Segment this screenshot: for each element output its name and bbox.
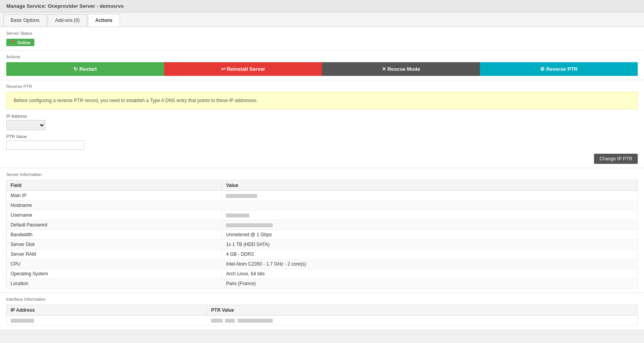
field-cell: Default Password: [7, 220, 222, 230]
redacted-value: [226, 223, 273, 227]
ptr-value-input[interactable]: [6, 140, 84, 150]
actions-label: Actions: [6, 54, 638, 59]
iface-ptr: [207, 316, 638, 325]
reverse-ptr-warning: Before configuring a reverse PTR record,…: [6, 92, 638, 109]
iface-ip-redacted: [11, 319, 34, 323]
server-info-section: Server Information Field Value Main IPHo…: [0, 168, 644, 293]
iface-ptr-part3: [238, 319, 273, 323]
online-icon: 📍: [10, 40, 16, 45]
field-cell: Server RAM: [7, 250, 222, 259]
value-cell: 1x 1 TB (HDD SATA): [222, 240, 638, 250]
status-text: Online: [17, 40, 30, 45]
tab-addons[interactable]: Add-ons (0): [48, 14, 87, 27]
warning-text: Before configuring a reverse PTR record,…: [14, 98, 258, 103]
table-row: Server RAM4 GB - DDR3: [7, 250, 638, 259]
field-cell: Username: [7, 210, 222, 220]
table-row: CPUIntel Atom C2350 - 1.7 GHz - 2 core(s…: [7, 259, 638, 269]
value-cell: [222, 191, 638, 201]
value-cell: 4 GB - DDR3: [222, 250, 638, 259]
value-cell: Arch Linux, 64 bits: [222, 269, 638, 279]
iface-ptr-part1: [211, 319, 223, 323]
reverse-ptr-button[interactable]: ⚙ Reverse PTR: [480, 62, 638, 76]
ptr-value-label: PTR Value: [6, 134, 638, 139]
table-row: Server Disk1x 1 TB (HDD SATA): [7, 240, 638, 250]
interface-info-label: Interface Information: [6, 297, 638, 302]
table-row: Default Password: [7, 220, 638, 230]
interface-info-table: IP Address PTR Value: [6, 305, 638, 325]
change-ip-ptr-button[interactable]: Change IP PTR: [594, 154, 638, 164]
interface-info-section: Interface Information IP Address PTR Val…: [0, 293, 644, 329]
table-row: BandwidthUnmetered @ 1 Gbps: [7, 230, 638, 240]
value-cell: Paris (France): [222, 279, 638, 289]
table-row: Operating SystemArch Linux, 64 bits: [7, 269, 638, 279]
rescue-mode-button[interactable]: ✕ Rescue Mode: [322, 62, 480, 76]
status-badge: 📍 Online: [6, 39, 34, 46]
table-row: Main IP: [7, 191, 638, 201]
value-cell: Intel Atom C2350 - 1.7 GHz - 2 core(s): [222, 259, 638, 269]
server-info-table: Field Value Main IPHostnameUsernameDefau…: [6, 180, 638, 289]
server-status-section: Server Status 📍 Online: [0, 27, 644, 50]
tab-basic-options[interactable]: Basic Options: [3, 14, 47, 27]
value-cell: Unmetered @ 1 Gbps: [222, 230, 638, 240]
field-cell: Main IP: [7, 191, 222, 201]
redacted-value: [226, 214, 249, 217]
value-cell: [222, 210, 638, 220]
tab-actions[interactable]: Actions: [88, 14, 120, 27]
redacted-value: [226, 194, 257, 198]
value-cell: [222, 201, 638, 210]
reverse-ptr-section: Reverse PTR Before configuring a reverse…: [0, 80, 644, 168]
ip-address-group: IP Address: [6, 114, 638, 130]
page-title: Manage Service: Oneprovider Server - dem…: [0, 0, 644, 13]
table-row: Hostname: [7, 201, 638, 210]
value-cell: [222, 220, 638, 230]
reinstall-button[interactable]: ↩ Reinstall Server: [164, 62, 322, 76]
field-cell: Hostname: [7, 201, 222, 210]
field-cell: Server Disk: [7, 240, 222, 250]
iface-ip: [7, 316, 207, 325]
field-cell: Operating System: [7, 269, 222, 279]
ip-address-label: IP Address: [6, 114, 638, 119]
table-row: LocationParis (France): [7, 279, 638, 289]
actions-buttons: ↻ Restart ↩ Reinstall Server ✕ Rescue Mo…: [6, 62, 638, 76]
iface-ptr-part2: [225, 319, 235, 323]
field-cell: Location: [7, 279, 222, 289]
ptr-value-group: PTR Value: [6, 134, 638, 150]
iface-col-ptr: PTR Value: [207, 305, 638, 316]
col-value: Value: [222, 180, 638, 191]
interface-row: [7, 316, 638, 325]
actions-section: Actions ↻ Restart ↩ Reinstall Server ✕ R…: [0, 50, 644, 80]
restart-button[interactable]: ↻ Restart: [6, 62, 164, 76]
ip-address-select[interactable]: [6, 120, 45, 130]
server-info-label: Server Information: [6, 172, 638, 177]
server-status-label: Server Status: [6, 31, 638, 36]
field-cell: Bandwidth: [7, 230, 222, 240]
iface-col-ip: IP Address: [7, 305, 207, 316]
tabs-bar: Basic Options Add-ons (0) Actions: [0, 13, 644, 27]
col-field: Field: [7, 180, 222, 191]
reverse-ptr-label: Reverse PTR: [6, 84, 638, 89]
table-row: Username: [7, 210, 638, 220]
field-cell: CPU: [7, 259, 222, 269]
